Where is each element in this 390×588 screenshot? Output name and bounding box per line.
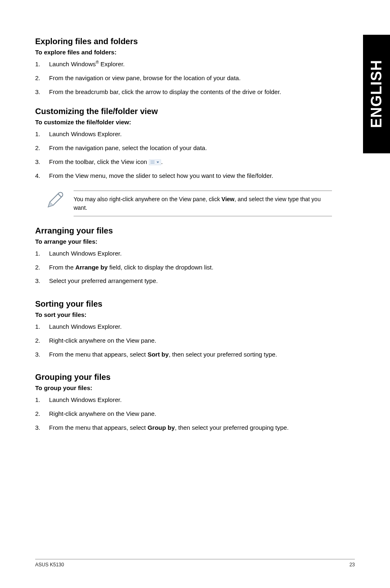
text-fragment: , then select your preferred sorting typ…: [169, 351, 277, 358]
step-number: 3.: [35, 88, 49, 97]
text-fragment: , then select your preferred grouping ty…: [175, 424, 289, 431]
step-number: 2.: [35, 144, 49, 153]
subheading-exploring: To explore files and folders:: [35, 49, 338, 56]
registered-symbol: ®: [96, 60, 99, 65]
text-fragment: From the: [49, 264, 75, 271]
bold-text: Group by: [148, 424, 175, 431]
bold-text: View: [222, 196, 235, 202]
step-text: Select your preferred arrangement type.: [49, 276, 338, 285]
step-number: 3.: [35, 276, 49, 285]
list-item: 2. From the Arrange by field, click to d…: [35, 263, 338, 272]
subheading-grouping: To group your files:: [35, 384, 338, 391]
list-item: 2. From the navigation pane, select the …: [35, 144, 338, 153]
heading-customizing: Customizing the file/folder view: [35, 107, 338, 116]
side-tab-label: ENGLISH: [368, 60, 385, 128]
text-fragment: Launch Windows: [49, 61, 96, 67]
step-number: 3.: [35, 423, 49, 432]
step-number: 2.: [35, 263, 49, 272]
step-number: 3.: [35, 157, 49, 166]
list-item: 3. Select your preferred arrangement typ…: [35, 276, 338, 285]
step-text: Launch Windows® Explorer.: [49, 60, 338, 69]
page-number: 23: [350, 562, 355, 568]
step-text: From the Arrange by field, click to disp…: [49, 263, 338, 272]
list-grouping: 1. Launch Windows Explorer. 2. Right-cli…: [35, 395, 338, 432]
step-text: Right-click anywhere on the View pane.: [49, 336, 338, 345]
text-fragment: From the toolbar, click the View icon: [49, 158, 149, 165]
spacer: [35, 369, 338, 373]
subheading-arranging: To arrange your files:: [35, 238, 338, 245]
step-number: 4.: [35, 171, 49, 180]
step-number: 1.: [35, 60, 49, 69]
step-text: From the menu that appears, select Group…: [49, 423, 338, 432]
pencil-icon: [46, 191, 65, 211]
text-fragment: .: [161, 158, 163, 165]
bold-text: Arrange by: [75, 264, 108, 271]
step-number: 1.: [35, 249, 49, 258]
page-footer: ASUS K5130 23: [35, 559, 355, 568]
step-number: 2.: [35, 74, 49, 83]
step-number: 2.: [35, 409, 49, 418]
list-item: 3. From the toolbar, click the View icon…: [35, 157, 338, 166]
page: ENGLISH Exploring files and folders To e…: [0, 0, 390, 588]
step-text: From the toolbar, click the View icon .: [49, 157, 338, 166]
list-item: 1. Launch Windows Explorer.: [35, 322, 338, 331]
note-block: You may also right-click anywhere on the…: [46, 191, 332, 216]
list-item: 2. Right-click anywhere on the View pane…: [35, 336, 338, 345]
list-item: 4. From the View menu, move the slider t…: [35, 171, 338, 180]
step-text: Launch Windows Explorer.: [49, 249, 338, 258]
step-number: 3.: [35, 350, 49, 359]
list-item: 3. From the menu that appears, select Gr…: [35, 423, 338, 432]
list-customizing: 1. Launch Windows Explorer. 2. From the …: [35, 130, 338, 180]
step-text: Right-click anywhere on the View pane.: [49, 409, 338, 418]
list-sorting: 1. Launch Windows Explorer. 2. Right-cli…: [35, 322, 338, 359]
spacer: [35, 296, 338, 299]
text-fragment: From the menu that appears, select: [49, 351, 148, 358]
heading-sorting: Sorting your files: [35, 299, 338, 309]
step-text: Launch Windows Explorer.: [49, 130, 338, 139]
note-text: You may also right-click anywhere on the…: [74, 191, 332, 216]
step-text: From the navigation pane, select the loc…: [49, 144, 338, 153]
step-text: From the View menu, move the slider to s…: [49, 171, 338, 180]
side-tab: ENGLISH: [363, 35, 390, 153]
step-number: 1.: [35, 322, 49, 331]
text-fragment: Explorer.: [99, 61, 125, 67]
step-text: From the breadcrumb bar, click the arrow…: [49, 88, 338, 97]
list-item: 3. From the menu that appears, select So…: [35, 350, 338, 359]
svg-line-0: [58, 194, 61, 197]
list-exploring: 1. Launch Windows® Explorer. 2. From the…: [35, 60, 338, 96]
step-text: From the navigation or view pane, browse…: [49, 74, 338, 83]
step-number: 1.: [35, 395, 49, 404]
heading-grouping: Grouping your files: [35, 373, 338, 382]
list-item: 1. Launch Windows Explorer.: [35, 395, 338, 404]
view-dropdown-icon: [149, 159, 161, 165]
subheading-sorting: To sort your files:: [35, 311, 338, 318]
list-item: 3. From the breadcrumb bar, click the ar…: [35, 88, 338, 97]
heading-arranging: Arranging your files: [35, 226, 338, 236]
text-fragment: You may also right-click anywhere on the…: [74, 196, 222, 202]
list-item: 1. Launch Windows Explorer.: [35, 249, 338, 258]
step-text: Launch Windows Explorer.: [49, 322, 338, 331]
step-number: 2.: [35, 336, 49, 345]
list-item: 2. From the navigation or view pane, bro…: [35, 74, 338, 83]
text-fragment: From the menu that appears, select: [49, 424, 148, 431]
footer-model: ASUS K5130: [35, 562, 64, 568]
text-fragment: field, click to display the dropdown lis…: [108, 264, 213, 271]
heading-exploring: Exploring files and folders: [35, 37, 338, 46]
subheading-customizing: To customize the file/folder view:: [35, 119, 338, 126]
list-item: 2. Right-click anywhere on the View pane…: [35, 409, 338, 418]
list-arranging: 1. Launch Windows Explorer. 2. From the …: [35, 249, 338, 285]
content-area: Exploring files and folders To explore f…: [35, 37, 338, 432]
step-text: Launch Windows Explorer.: [49, 395, 338, 404]
step-number: 1.: [35, 130, 49, 139]
step-text: From the menu that appears, select Sort …: [49, 350, 338, 359]
list-item: 1. Launch Windows® Explorer.: [35, 60, 338, 69]
bold-text: Sort by: [148, 351, 169, 358]
list-item: 1. Launch Windows Explorer.: [35, 130, 338, 139]
